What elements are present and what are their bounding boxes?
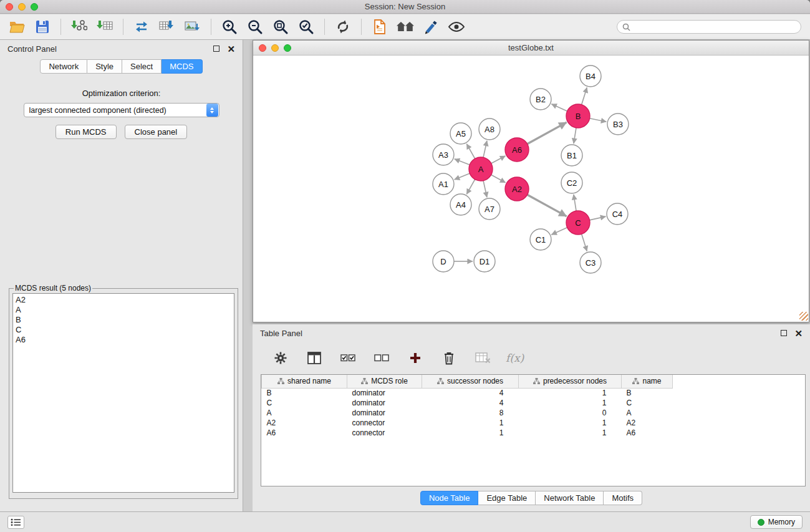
tab-mcds[interactable]: MCDS: [162, 59, 202, 74]
close-panel-icon[interactable]: ✕: [227, 44, 235, 54]
table-row[interactable]: Bdominator41B: [262, 388, 673, 398]
zoom-in-button[interactable]: [219, 17, 240, 37]
tab-select[interactable]: Select: [122, 59, 162, 74]
graph-edge-A-A5[interactable]: [466, 144, 475, 159]
node-table-area[interactable]: shared nameMCDS rolesuccessor nodesprede…: [261, 374, 806, 486]
graph-edge-C-C4[interactable]: [590, 216, 606, 220]
graph-node-C2[interactable]: C2: [561, 172, 582, 193]
table-row[interactable]: A6connector11A6: [262, 428, 673, 438]
delete-column-button[interactable]: [438, 348, 460, 368]
table-cell[interactable]: 1: [519, 398, 622, 408]
graph-edge-A6-B[interactable]: [528, 122, 567, 144]
table-cell[interactable]: C: [262, 398, 347, 408]
table-cell[interactable]: dominator: [347, 388, 422, 398]
table-cell[interactable]: C: [622, 398, 673, 408]
table-row[interactable]: Adominator80A: [262, 408, 673, 418]
result-item-a6[interactable]: A6: [16, 335, 231, 345]
graph-node-A1[interactable]: A1: [433, 173, 454, 195]
column-header-mcds-role[interactable]: MCDS role: [347, 375, 422, 388]
column-header-successor-nodes[interactable]: successor nodes: [422, 375, 519, 388]
column-header-predecessor-nodes[interactable]: predecessor nodes: [519, 375, 622, 388]
result-item-b[interactable]: B: [16, 315, 231, 325]
table-cell[interactable]: 4: [422, 398, 519, 408]
network-minimize-button[interactable]: [271, 44, 279, 52]
run-mcds-button[interactable]: Run MCDS: [55, 125, 117, 139]
graph-node-A8[interactable]: A8: [479, 118, 500, 140]
graph-edge-A-A7[interactable]: [483, 181, 487, 198]
export-table-button[interactable]: [157, 17, 178, 37]
tab-network[interactable]: Network: [40, 59, 87, 74]
graph-node-A7[interactable]: A7: [479, 198, 500, 220]
table-cell[interactable]: 1: [519, 388, 622, 398]
network-zoom-button[interactable]: [284, 44, 291, 52]
table-cell[interactable]: A2: [622, 418, 673, 428]
table-cell[interactable]: 1: [519, 428, 622, 438]
memory-button[interactable]: Memory: [750, 515, 803, 529]
unselect-all-button[interactable]: [371, 348, 392, 368]
graph-edge-B-B2[interactable]: [551, 104, 567, 111]
import-network-button[interactable]: [69, 17, 90, 37]
graph-edge-A-A6[interactable]: [491, 156, 506, 163]
graph-edge-C-C1[interactable]: [551, 228, 567, 235]
table-cell[interactable]: connector: [347, 418, 422, 428]
network-canvas[interactable]: B4B2BB3B1A5A8A6A3AA1A2C2A4A7C4CC1C3DD1: [253, 56, 809, 321]
table-cell[interactable]: connector: [347, 428, 422, 438]
graph-edge-C-C3[interactable]: [582, 234, 587, 251]
table-cell[interactable]: B: [262, 388, 347, 398]
table-tab-motifs[interactable]: Motifs: [604, 491, 642, 505]
apply-layout-button[interactable]: [332, 17, 354, 37]
graph-node-D[interactable]: D: [433, 251, 454, 272]
mcds-result-list[interactable]: A2ABCA6: [12, 293, 234, 493]
table-tab-network-table[interactable]: Network Table: [536, 491, 604, 505]
graph-node-B[interactable]: B: [566, 104, 590, 128]
table-cell[interactable]: A: [622, 408, 673, 418]
home-button[interactable]: [395, 17, 416, 37]
result-item-a[interactable]: A: [16, 305, 231, 315]
select-all-button[interactable]: [337, 348, 359, 368]
result-item-c[interactable]: C: [16, 325, 231, 335]
show-columns-button[interactable]: [304, 348, 325, 368]
graph-node-D1[interactable]: D1: [474, 251, 495, 272]
graph-edge-A-A2[interactable]: [491, 175, 506, 183]
minimize-window-button[interactable]: [18, 3, 26, 11]
add-column-button[interactable]: [405, 348, 426, 368]
graph-node-C3[interactable]: C3: [580, 252, 601, 273]
delete-table-button[interactable]: [472, 348, 493, 368]
column-header-name[interactable]: name: [622, 375, 673, 388]
graph-edge-B-B1[interactable]: [574, 128, 576, 143]
function-builder-button[interactable]: f(x): [506, 352, 524, 364]
graph-node-A3[interactable]: A3: [433, 144, 454, 165]
table-cell[interactable]: B: [622, 388, 673, 398]
network-close-button[interactable]: [259, 44, 266, 52]
table-row[interactable]: Cdominator41C: [262, 398, 673, 408]
tab-style[interactable]: Style: [87, 59, 122, 74]
graph-node-B2[interactable]: B2: [530, 89, 551, 110]
criterion-select[interactable]: largest connected component (directed): [24, 103, 219, 117]
graph-edge-A-A1[interactable]: [455, 173, 470, 180]
graph-node-A6[interactable]: A6: [505, 138, 529, 162]
graph-node-B4[interactable]: B4: [580, 65, 601, 87]
table-cell[interactable]: A: [262, 408, 347, 418]
graph-edge-C-C2[interactable]: [574, 195, 576, 211]
graph-edge-A2-C[interactable]: [528, 195, 567, 216]
table-cell[interactable]: A2: [262, 418, 347, 428]
float-panel-icon[interactable]: [213, 46, 219, 52]
graph-node-C1[interactable]: C1: [530, 229, 551, 250]
zoom-window-button[interactable]: [31, 3, 38, 11]
graph-edge-A-A3[interactable]: [455, 159, 470, 165]
table-cell[interactable]: 4: [422, 388, 519, 398]
table-settings-button[interactable]: [270, 348, 291, 368]
zoom-out-button[interactable]: [244, 17, 266, 37]
table-cell[interactable]: dominator: [347, 398, 422, 408]
table-cell[interactable]: 1: [519, 418, 622, 428]
float-table-panel-icon[interactable]: [781, 330, 787, 336]
open-session-button[interactable]: [6, 17, 27, 37]
zoom-fit-button[interactable]: [270, 17, 291, 37]
task-history-button[interactable]: [7, 516, 24, 529]
table-cell[interactable]: 8: [422, 408, 519, 418]
result-item-a2[interactable]: A2: [16, 295, 231, 305]
graph-node-C[interactable]: C: [566, 211, 590, 235]
graph-node-A5[interactable]: A5: [450, 123, 471, 144]
save-session-button[interactable]: [32, 17, 53, 37]
graph-edge-A-A4[interactable]: [466, 180, 475, 195]
